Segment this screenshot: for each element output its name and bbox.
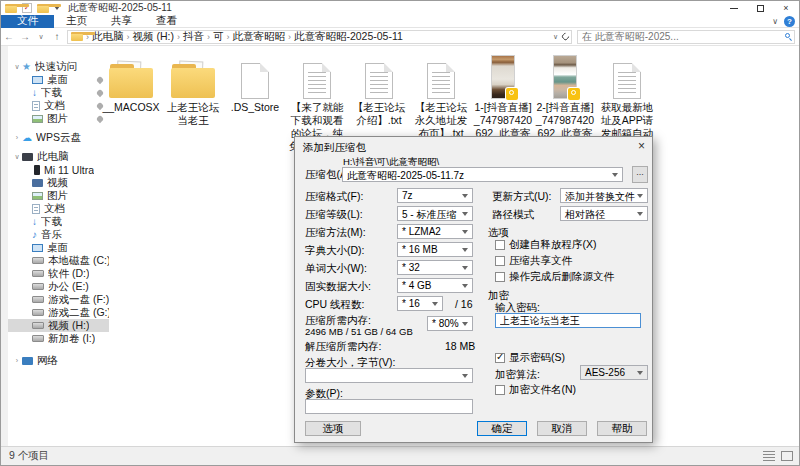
breadcrumb-segment[interactable]: 此电脑 bbox=[92, 30, 124, 44]
tab-share[interactable]: 共享 bbox=[99, 15, 144, 28]
recent-locations-chevron-icon[interactable]: ∨ bbox=[33, 33, 49, 41]
help-icon[interactable]: ? bbox=[784, 16, 795, 27]
options-button[interactable]: 选项 bbox=[305, 421, 361, 436]
breadcrumb-segment[interactable]: 抖音 bbox=[183, 30, 204, 44]
update-mode-select[interactable]: 添加并替换文件 bbox=[560, 188, 648, 203]
sidebar-item-desktop[interactable]: 桌面 bbox=[8, 73, 109, 86]
thumbnail-view-icon[interactable] bbox=[781, 451, 793, 461]
file-item[interactable]: __MACOSX bbox=[101, 51, 161, 154]
expand-ribbon-chevron-icon[interactable]: ∨ bbox=[772, 17, 778, 26]
tab-home[interactable]: 主页 bbox=[54, 15, 99, 28]
format-select[interactable]: 7z bbox=[397, 188, 473, 203]
breadcrumb-segment[interactable]: 可 bbox=[213, 30, 224, 44]
qat-customize-chevron-icon[interactable] bbox=[54, 6, 60, 10]
breadcrumb-segment[interactable]: 此意寄昭昭 bbox=[232, 30, 285, 44]
ribbon-right-controls: ∨ ? bbox=[772, 15, 795, 28]
dialog-title: 添加到压缩包 bbox=[303, 141, 366, 155]
back-button[interactable]: ← bbox=[1, 31, 17, 42]
sidebar-item-desktop-pc[interactable]: 桌面 bbox=[8, 241, 109, 254]
sidebar-item-videos[interactable]: 视频 bbox=[8, 176, 109, 189]
minimize-button[interactable] bbox=[721, 1, 747, 15]
parameters-input[interactable] bbox=[308, 400, 470, 413]
sidebar-item-downloads-pc[interactable]: ↓下载 bbox=[8, 215, 109, 228]
sidebar-item-label: 文档 bbox=[44, 99, 65, 113]
sfx-checkbox[interactable]: 创建自释放程序(X) bbox=[495, 238, 597, 252]
file-item[interactable]: .DS_Store bbox=[225, 51, 285, 154]
refresh-icon[interactable] bbox=[561, 32, 571, 42]
sidebar-item-drive-i[interactable]: 新加卷 (I:) bbox=[8, 332, 109, 345]
sidebar-item-phone[interactable]: Mi 11 Ultra bbox=[8, 163, 109, 176]
pictures-icon bbox=[32, 192, 43, 200]
document-icon bbox=[32, 101, 40, 111]
file-item[interactable]: 上老王论坛当老王 bbox=[163, 51, 223, 154]
sidebar-scrollbar[interactable] bbox=[1, 46, 8, 448]
sidebar-item-label: 网络 bbox=[37, 354, 58, 368]
downloads-icon: ↓ bbox=[32, 88, 37, 98]
address-dropdown-chevron-icon[interactable]: ∨ bbox=[553, 33, 558, 41]
sidebar-item-drive-f[interactable]: 游戏一盘 (F:) bbox=[8, 293, 109, 306]
chevron-down-icon[interactable]: ∨ bbox=[12, 63, 22, 71]
method-select[interactable]: * LZMA2 bbox=[397, 224, 473, 239]
sidebar-item-downloads[interactable]: ↓下载 bbox=[8, 86, 109, 99]
sidebar-item-drive-c[interactable]: 本地磁盘 (C:) bbox=[8, 254, 109, 267]
sidebar-item-drive-g[interactable]: 游戏二盘 (G:) bbox=[8, 306, 109, 319]
breadcrumb-segment[interactable]: 视频 (H:) bbox=[133, 30, 174, 44]
close-button[interactable]: × bbox=[773, 1, 799, 15]
level-label: 压缩等级(L): bbox=[305, 208, 363, 222]
encryption-method-select[interactable]: AES-256 bbox=[580, 365, 648, 380]
search-input[interactable] bbox=[580, 31, 775, 43]
browse-button[interactable]: ... bbox=[632, 166, 648, 183]
sidebar-item-this-pc[interactable]: ∨此电脑 bbox=[8, 150, 109, 163]
solid-block-select[interactable]: * 4 GB bbox=[397, 278, 473, 293]
cancel-button[interactable]: 取消 bbox=[537, 421, 587, 436]
volume-size-combobox[interactable] bbox=[305, 368, 473, 383]
crumb-separator-icon: › bbox=[174, 32, 183, 42]
list-view-icon[interactable] bbox=[763, 451, 775, 461]
maximize-button[interactable] bbox=[747, 1, 773, 15]
chevron-down-icon[interactable]: ∨ bbox=[12, 153, 22, 161]
sidebar-item-label: 下载 bbox=[41, 86, 62, 100]
breadcrumb[interactable]: › 此电脑 › 视频 (H:) › 抖音 › 可 › 此意寄昭昭 › 此意寄昭昭… bbox=[67, 30, 572, 44]
cpu-threads-select[interactable]: * 16 bbox=[397, 296, 443, 311]
ok-button[interactable]: 确定 bbox=[477, 421, 527, 436]
password-input[interactable] bbox=[498, 314, 638, 327]
tab-view[interactable]: 查看 bbox=[144, 15, 189, 28]
sidebar-item-documents-pc[interactable]: 文档 bbox=[8, 202, 109, 215]
forward-button[interactable]: → bbox=[17, 31, 33, 42]
sidebar-item-drive-h[interactable]: 视频 (H:) bbox=[8, 319, 109, 332]
delete-after-checkbox[interactable]: 操作完成后删除源文件 bbox=[495, 270, 614, 284]
sidebar-item-documents[interactable]: 文档 bbox=[8, 99, 109, 112]
sidebar-item-network[interactable]: ›网络 bbox=[8, 354, 109, 367]
up-button[interactable]: ↑ bbox=[49, 31, 65, 42]
sidebar-item-drive-e[interactable]: 办公 (E:) bbox=[8, 280, 109, 293]
help-button[interactable]: 帮助 bbox=[597, 421, 647, 436]
encrypt-names-checkbox[interactable]: 加密文件名(N) bbox=[495, 383, 576, 397]
desktop-icon bbox=[32, 76, 43, 84]
play-badge-icon bbox=[568, 88, 580, 100]
level-select[interactable]: 5 - 标准压缩 bbox=[397, 206, 473, 221]
drive-icon bbox=[32, 322, 44, 329]
sidebar-item-quick-access[interactable]: ∨★快速访问 bbox=[8, 60, 109, 73]
sidebar-item-music[interactable]: ♪音乐 bbox=[8, 228, 109, 241]
qat-new-folder-icon[interactable] bbox=[37, 4, 49, 13]
chevron-right-icon[interactable]: › bbox=[12, 134, 22, 141]
sidebar-item-wps-cloud[interactable]: ›☁WPS云盘 bbox=[8, 131, 109, 144]
text-file-icon bbox=[427, 63, 455, 99]
chevron-right-icon[interactable]: › bbox=[12, 357, 22, 364]
update-mode-label: 更新方式(U): bbox=[492, 190, 552, 204]
path-mode-select[interactable]: 相对路径 bbox=[560, 206, 648, 221]
breadcrumb-segment[interactable]: 此意寄昭昭-2025-05-11 bbox=[294, 30, 403, 44]
word-size-select[interactable]: * 32 bbox=[397, 260, 473, 275]
sidebar-item-drive-d[interactable]: 软件 (D:) bbox=[8, 267, 109, 280]
add-to-archive-dialog: 添加到压缩包 × 压缩包(A): H:\抖音\可\此意寄昭昭\ 此意寄昭昭-20… bbox=[294, 136, 653, 443]
archive-name-combobox[interactable]: 此意寄昭昭-2025-05-11.7z bbox=[342, 167, 623, 182]
dictionary-select[interactable]: * 16 MB bbox=[397, 242, 473, 257]
sidebar-item-pictures-pc[interactable]: 图片 bbox=[8, 189, 109, 202]
sidebar-item-pictures[interactable]: 图片 bbox=[8, 112, 109, 125]
show-password-checkbox[interactable]: ✓显示密码(S) bbox=[495, 351, 565, 365]
dialog-close-icon[interactable]: × bbox=[638, 139, 645, 153]
tab-file[interactable]: 文件 bbox=[1, 15, 54, 28]
search-box[interactable] bbox=[577, 30, 795, 44]
shared-files-checkbox[interactable]: 压缩共享文件 bbox=[495, 254, 572, 268]
memory-percent-select[interactable]: * 80% bbox=[427, 316, 473, 331]
